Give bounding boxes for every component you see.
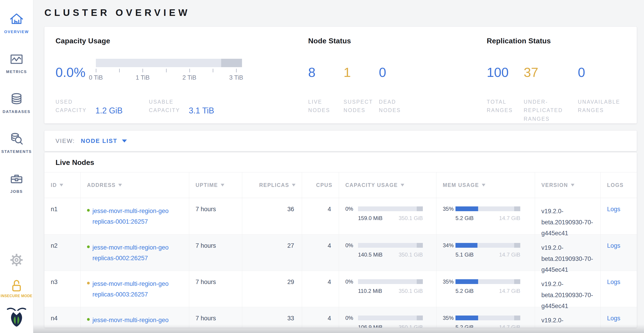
sort-arrow-icon bbox=[401, 184, 404, 186]
sort-arrow-icon bbox=[292, 184, 296, 186]
dead-nodes-label: DEAD NODES bbox=[379, 98, 414, 115]
table-row: n2 jesse-movr-multi-region-geo replicas-… bbox=[44, 234, 637, 271]
sidebar-item-label: METRICS bbox=[6, 70, 27, 74]
node-health-dot bbox=[87, 209, 90, 212]
replication-status-title: Replication Status bbox=[487, 37, 628, 45]
mem-meter bbox=[456, 315, 520, 320]
column-header-address[interactable]: ADDRESS bbox=[80, 172, 189, 198]
capacity-axis-labels: 0 TiB 1 TiB 2 TiB 3 TiB bbox=[96, 74, 242, 82]
sidebar-item-label: STATEMENTS bbox=[1, 149, 32, 154]
node-id: n2 bbox=[44, 235, 80, 271]
capacity-bar: 0 TiB 1 TiB 2 TiB 3 TiB bbox=[96, 59, 242, 82]
logs-link[interactable]: Logs bbox=[607, 278, 620, 285]
databases-icon bbox=[10, 92, 24, 106]
node-capacity-usage: 0% 110.2 MiB350.1 GiB bbox=[339, 271, 436, 307]
capacity-meter bbox=[358, 206, 423, 211]
total-ranges-count: 100 bbox=[487, 65, 524, 80]
column-header-logs: LOGS bbox=[600, 172, 637, 198]
sort-arrow-icon bbox=[221, 184, 224, 186]
table-header-row: ID ADDRESS UPTIME REPLICAS CPUS CAPACITY… bbox=[44, 172, 637, 198]
capacity-axis-ticks bbox=[96, 69, 242, 73]
node-address-link[interactable]: jesse-movr-multi-region-geo replicas-000… bbox=[92, 206, 168, 227]
node-address-link[interactable]: jesse-movr-multi-region-geo replicas-000… bbox=[92, 315, 168, 327]
node-uptime: 7 hours bbox=[189, 307, 242, 327]
used-capacity-value: 1.2 GiB bbox=[96, 106, 122, 115]
capacity-usage-title: Capacity Usage bbox=[56, 37, 308, 45]
table-row: n4 jesse-movr-multi-region-geo replicas-… bbox=[44, 307, 637, 327]
node-address-link[interactable]: jesse-movr-multi-region-geo replicas-000… bbox=[92, 242, 168, 264]
sort-arrow-icon bbox=[118, 184, 122, 186]
node-address-link[interactable]: jesse-movr-multi-region-geo replicas-000… bbox=[92, 278, 168, 300]
sidebar-item-metrics[interactable]: METRICS bbox=[0, 43, 33, 83]
capacity-meter bbox=[358, 279, 423, 284]
node-version: v19.2.0-beta.20190930-70-g445ec41 bbox=[535, 307, 600, 327]
node-capacity-usage: 0% 140.5 MiB350.1 GiB bbox=[339, 235, 436, 271]
node-capacity-usage: 0% 159.0 MiB350.1 GiB bbox=[339, 198, 436, 234]
sidebar-item-databases[interactable]: DATABASES bbox=[0, 83, 33, 123]
cockroachdb-logo[interactable] bbox=[6, 306, 26, 328]
logs-link[interactable]: Logs bbox=[607, 206, 620, 213]
sidebar-item-statements[interactable]: STATEMENTS bbox=[0, 123, 33, 163]
logs-link[interactable]: Logs bbox=[607, 242, 620, 249]
page-title: CLUSTER OVERVIEW bbox=[44, 7, 637, 18]
node-cpus: 4 bbox=[302, 271, 339, 307]
column-header-mem-usage[interactable]: MEM USAGE bbox=[436, 172, 535, 198]
used-capacity-stat: USED CAPACITY 1.2 GiB bbox=[56, 98, 122, 115]
node-uptime: 7 hours bbox=[189, 198, 242, 234]
column-header-uptime[interactable]: UPTIME bbox=[189, 172, 242, 198]
cluster-summary-card: Capacity Usage 0.0% 0 TiB bbox=[44, 27, 637, 123]
unlock-icon bbox=[10, 278, 24, 292]
table-row: n1 jesse-movr-multi-region-geo replicas-… bbox=[44, 198, 637, 234]
mem-meter bbox=[456, 279, 520, 284]
unavailable-ranges-label: UNAVAILABLE RANGES bbox=[578, 98, 622, 115]
statements-icon bbox=[10, 132, 24, 146]
view-dropdown-value: NODE LIST bbox=[81, 137, 118, 145]
sidebar-item-jobs[interactable]: JOBS bbox=[0, 163, 33, 203]
sidebar-item-overview[interactable]: OVERVIEW bbox=[0, 3, 33, 43]
node-mem-usage: 34% 5.1 GiB14.7 GiB bbox=[436, 235, 535, 271]
capacity-usage-section: Capacity Usage 0.0% 0 TiB bbox=[56, 37, 308, 123]
node-uptime: 7 hours bbox=[189, 235, 242, 271]
capacity-meter bbox=[358, 315, 423, 320]
capacity-percent: 0.0% bbox=[56, 65, 90, 80]
column-header-replicas[interactable]: REPLICAS bbox=[242, 172, 302, 198]
node-health-dot bbox=[87, 282, 90, 284]
column-header-version[interactable]: VERSION bbox=[535, 172, 600, 198]
column-header-capacity-usage[interactable]: CAPACITY USAGE bbox=[339, 172, 436, 198]
dead-nodes-count: 0 bbox=[379, 65, 414, 80]
sort-arrow-icon bbox=[571, 184, 574, 186]
node-version: v19.2.0-beta.20190930-70-g445ec41 bbox=[535, 271, 600, 307]
sidebar: OVERVIEW METRICS DATABASES bbox=[0, 0, 33, 333]
sidebar-nav: OVERVIEW METRICS DATABASES bbox=[0, 0, 33, 203]
node-version: v19.2.0-beta.20190930-70-g445ec41 bbox=[535, 235, 600, 271]
under-replicated-ranges-count: 37 bbox=[524, 65, 578, 80]
logs-link[interactable]: Logs bbox=[607, 315, 620, 322]
capacity-meter bbox=[358, 243, 423, 248]
node-uptime: 7 hours bbox=[189, 271, 242, 307]
jobs-icon bbox=[10, 172, 24, 186]
column-header-id[interactable]: ID bbox=[44, 172, 80, 198]
usable-capacity-label: USABLE CAPACITY bbox=[149, 98, 185, 115]
sort-arrow-icon bbox=[60, 184, 63, 186]
node-cpus: 4 bbox=[302, 307, 339, 327]
node-replicas: 29 bbox=[242, 271, 302, 307]
node-id: n3 bbox=[44, 271, 80, 307]
sidebar-bottom: INSECURE MODE bbox=[0, 253, 33, 328]
sort-arrow-icon bbox=[482, 184, 486, 186]
view-selector-bar: VIEW: NODE LIST bbox=[44, 131, 637, 151]
used-capacity-label: USED CAPACITY bbox=[56, 98, 91, 115]
live-nodes-title: Live Nodes bbox=[44, 152, 637, 172]
node-cpus: 4 bbox=[302, 198, 339, 234]
insecure-mode-indicator[interactable]: INSECURE MODE bbox=[1, 278, 32, 298]
node-status-title: Node Status bbox=[308, 37, 487, 45]
view-dropdown[interactable]: NODE LIST bbox=[81, 137, 127, 145]
chevron-down-icon bbox=[122, 140, 127, 142]
node-replicas: 33 bbox=[242, 307, 302, 327]
gear-icon bbox=[9, 253, 24, 267]
replication-status-section: Replication Status 100 37 0 TOTAL RANGES… bbox=[487, 37, 628, 123]
node-status-section: Node Status 8 1 0 LIVE NODES SUSPECT NOD… bbox=[308, 37, 487, 123]
mem-meter bbox=[456, 243, 520, 248]
live-nodes-table: ID ADDRESS UPTIME REPLICAS CPUS CAPACITY… bbox=[44, 172, 637, 327]
settings-button[interactable] bbox=[9, 253, 24, 268]
mem-meter bbox=[456, 206, 520, 211]
